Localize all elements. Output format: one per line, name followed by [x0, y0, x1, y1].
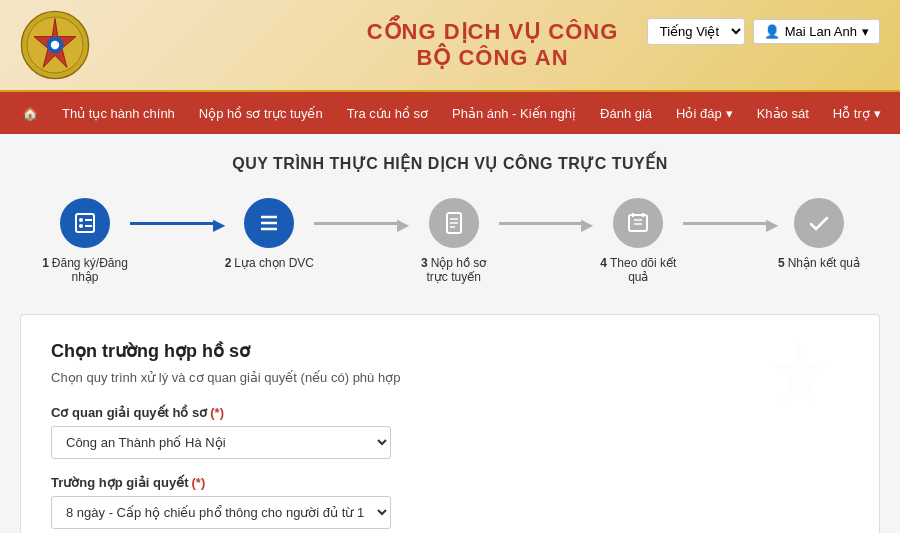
header-actions: Tiếng Việt English 👤 Mai Lan Anh ▾ [647, 18, 880, 45]
user-icon: 👤 [764, 24, 780, 39]
process-title: QUY TRÌNH THỰC HIỆN DỊCH VỤ CÔNG TRỰC TU… [20, 154, 880, 173]
arrow-3-4: ▶ [581, 215, 593, 234]
home-icon: 🏠 [22, 106, 38, 121]
watermark [759, 335, 839, 424]
step-5-label: 5Nhận kết quả [778, 256, 860, 270]
card-title: Chọn trường hợp hồ sơ [51, 340, 849, 362]
nav-tra-cuu[interactable]: Tra cứu hồ sơ [335, 92, 440, 134]
user-button[interactable]: 👤 Mai Lan Anh ▾ [753, 19, 880, 44]
nav-nop-ho-so[interactable]: Nộp hồ sơ trực tuyến [187, 92, 335, 134]
svg-rect-5 [76, 214, 94, 232]
step-4: 4Theo dõi kết quả [593, 198, 683, 284]
field2-group: Trường hợp giải quyết(*) 8 ngày - Cấp hộ… [51, 475, 849, 529]
hoi-dap-arrow-icon: ▾ [726, 106, 733, 121]
step-1: 1Đăng ký/Đăng nhập [40, 198, 130, 284]
ho-tro-arrow-icon: ▾ [874, 106, 881, 121]
svg-marker-22 [771, 339, 827, 403]
step-2-label: 2Lựa chọn DVC [225, 256, 314, 270]
field1-label: Cơ quan giải quyết hồ sơ(*) [51, 405, 849, 420]
step-2-circle [244, 198, 294, 248]
step-5-circle [794, 198, 844, 248]
user-dropdown-icon: ▾ [862, 24, 869, 39]
step-3-circle [429, 198, 479, 248]
navbar: 🏠 Thủ tục hành chính Nộp hồ sơ trực tuyế… [0, 92, 900, 134]
svg-point-6 [79, 218, 83, 222]
arrow-4-5: ▶ [766, 215, 778, 234]
svg-point-8 [79, 224, 83, 228]
field1-group: Cơ quan giải quyết hồ sơ(*) Công an Thàn… [51, 405, 849, 459]
nav-phan-anh[interactable]: Phản ánh - Kiến nghị [440, 92, 588, 134]
nav-hoi-dap[interactable]: Hỏi đáp ▾ [664, 92, 745, 134]
field2-label: Trường hợp giải quyết(*) [51, 475, 849, 490]
card-subtitle: Chọn quy trình xử lý và cơ quan giải quy… [51, 370, 849, 385]
step-1-label: 1Đăng ký/Đăng nhập [40, 256, 130, 284]
step-5: 5Nhận kết quả [778, 198, 860, 270]
user-label: Mai Lan Anh [785, 24, 857, 39]
truong-hop-select[interactable]: 8 ngày - Cấp hộ chiếu phổ thông cho ngườ… [51, 496, 391, 529]
hoi-dap-label: Hỏi đáp [676, 106, 722, 121]
step-4-circle [613, 198, 663, 248]
step-3-label: 3Nộp hồ sơ trực tuyến [409, 256, 499, 284]
svg-point-4 [51, 41, 59, 49]
step-2: 2Lựa chọn DVC [225, 198, 314, 270]
logo [20, 10, 90, 80]
header: CỔNG DỊCH VỤ CÔNG BỘ CÔNG AN Tiếng Việt … [0, 0, 900, 92]
language-select[interactable]: Tiếng Việt English [647, 18, 745, 45]
steps-container: 1Đăng ký/Đăng nhập ▶ 2Lựa chọn DVC ▶ [20, 198, 880, 284]
nav-thu-tuc[interactable]: Thủ tục hành chính [50, 92, 187, 134]
step-4-label: 4Theo dõi kết quả [593, 256, 683, 284]
co-quan-select[interactable]: Công an Thành phố Hà Nội [51, 426, 391, 459]
svg-rect-17 [629, 215, 647, 231]
title-line2: BỘ CÔNG AN [105, 45, 880, 71]
step-1-circle [60, 198, 110, 248]
connector-2-3 [314, 222, 397, 225]
arrow-2-3: ▶ [397, 215, 409, 234]
step-3: 3Nộp hồ sơ trực tuyến [409, 198, 499, 284]
ho-tro-label: Hỗ trợ [833, 106, 870, 121]
connector-1-2 [130, 222, 213, 225]
nav-khao-sat[interactable]: Khảo sát [745, 92, 821, 134]
connector-3-4 [499, 222, 582, 225]
nav-ho-tro[interactable]: Hỗ trợ ▾ [821, 92, 893, 134]
arrow-1-2: ▶ [213, 215, 225, 234]
nav-home[interactable]: 🏠 [10, 92, 50, 134]
nav-danh-gia[interactable]: Đánh giá [588, 92, 664, 134]
main-content: QUY TRÌNH THỰC HIỆN DỊCH VỤ CÔNG TRỰC TU… [0, 134, 900, 533]
content-card: Chọn trường hợp hồ sơ Chọn quy trình xử … [20, 314, 880, 533]
connector-4-5 [683, 222, 766, 225]
